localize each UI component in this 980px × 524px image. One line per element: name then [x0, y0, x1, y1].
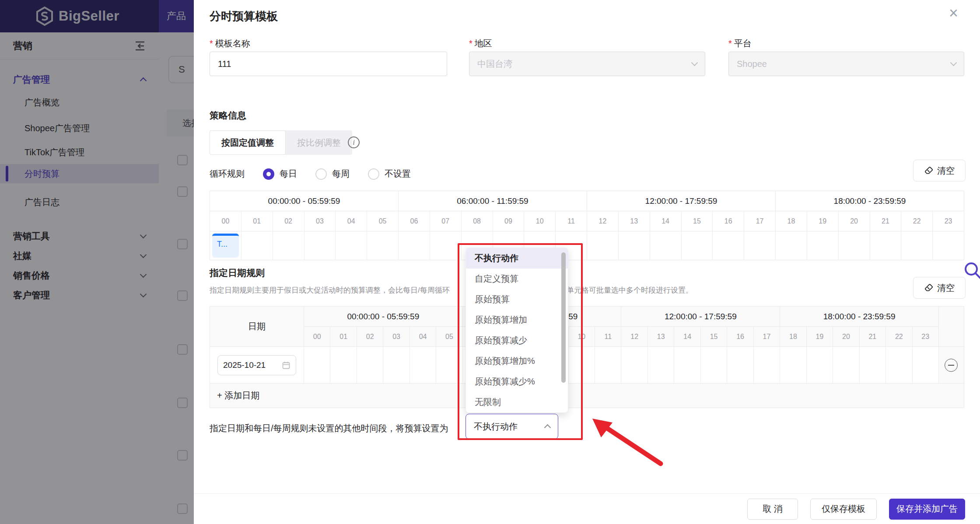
- budget-cell-hour-12[interactable]: [587, 231, 619, 260]
- clear-daily-grid-button[interactable]: 清空: [913, 160, 966, 182]
- date-rules-description: 指定日期规则主要用于假日或大促活动时的预算调整，会比每日/每周循环: [210, 285, 450, 295]
- cancel-button[interactable]: 取 消: [747, 499, 798, 520]
- dropdown-option-5[interactable]: 原始预算增加%: [466, 351, 568, 371]
- budget-cell-hour-22[interactable]: [901, 231, 933, 260]
- hour-header: 23: [933, 211, 964, 231]
- dropdown-option-1[interactable]: 自定义预算: [466, 269, 568, 289]
- date-budget-cell-hour-23[interactable]: [913, 347, 939, 384]
- budget-cell-hour-16[interactable]: [713, 231, 744, 260]
- hour-header: 04: [336, 211, 367, 231]
- budget-cell-hour-23[interactable]: [933, 231, 964, 260]
- remove-date-row-icon[interactable]: [945, 359, 958, 372]
- date-budget-cell-hour-01[interactable]: [330, 347, 357, 384]
- date-budget-cell-hour-16[interactable]: [727, 347, 753, 384]
- budget-cell-hour-19[interactable]: [807, 231, 839, 260]
- budget-cell-hour-15[interactable]: [682, 231, 713, 260]
- date-budget-cell-hour-04[interactable]: [410, 347, 436, 384]
- radio-unchecked[interactable]: [368, 168, 379, 180]
- add-date-button[interactable]: + 添加日期: [210, 384, 964, 408]
- cycle-option-2[interactable]: 不设置: [368, 168, 411, 180]
- date-budget-cell-hour-02[interactable]: [357, 347, 383, 384]
- fallback-select-value: 不执行动作: [474, 421, 518, 433]
- remove-column-header: [939, 307, 964, 347]
- dropdown-option-0[interactable]: 不执行动作: [466, 248, 568, 269]
- date-budget-cell-hour-15[interactable]: [701, 347, 727, 384]
- info-icon: i: [348, 136, 360, 148]
- cycle-option-0[interactable]: 每日: [263, 168, 297, 180]
- budget-cell-hour-21[interactable]: [870, 231, 902, 260]
- budget-cell-hour-06[interactable]: [399, 231, 430, 260]
- action-dropdown-panel: 不执行动作自定义预算原始预算原始预算增加原始预算减少原始预算增加%原始预算减少%…: [466, 248, 568, 413]
- date-picker[interactable]: 2025-10-21: [217, 355, 296, 375]
- budget-cell-hour-05[interactable]: [367, 231, 399, 260]
- hour-header: 11: [556, 211, 587, 231]
- budget-cell-hour-17[interactable]: [744, 231, 776, 260]
- tab-adjust-mode-0[interactable]: 按固定值调整: [210, 130, 286, 155]
- dropdown-option-3[interactable]: 原始预算增加: [466, 310, 568, 330]
- date-budget-cell-hour-22[interactable]: [886, 347, 912, 384]
- fallback-action-select[interactable]: 不执行动作: [466, 414, 558, 439]
- field-value: Shopee: [737, 59, 767, 69]
- cycle-option-label: 不设置: [385, 168, 411, 180]
- date-budget-cell-hour-18[interactable]: [780, 347, 806, 384]
- date-budget-cell-hour-20[interactable]: [833, 347, 859, 384]
- hour-header: 18: [776, 211, 807, 231]
- hourly-budget-template-modal: 分时预算模板 × *模板名称111*地区中国台湾*平台Shopee 策略信息 按…: [194, 0, 980, 524]
- radio-checked[interactable]: [263, 168, 274, 180]
- required-asterisk: *: [469, 38, 472, 48]
- budget-cell-hour-07[interactable]: [430, 231, 462, 260]
- time-range-header: 12:00:00 - 17:59:59: [587, 191, 776, 211]
- hour-header: 10: [569, 327, 595, 347]
- hour-header: 21: [870, 211, 902, 231]
- date-budget-cell-hour-19[interactable]: [807, 347, 833, 384]
- dropdown-option-4[interactable]: 原始预算减少: [466, 330, 568, 351]
- close-icon[interactable]: ×: [949, 5, 958, 21]
- save-template-only-button[interactable]: 仅保存模板: [810, 499, 877, 520]
- hour-header: 16: [727, 327, 753, 347]
- cycle-option-label: 每周: [332, 168, 350, 180]
- budget-cell-hour-20[interactable]: [839, 231, 870, 260]
- dropdown-option-7[interactable]: 无限制: [466, 392, 568, 412]
- hour-header: 12: [587, 211, 619, 231]
- date-budget-cell-hour-13[interactable]: [648, 347, 674, 384]
- date-budget-cell-hour-10[interactable]: [569, 347, 595, 384]
- field-label-text: 模板名称: [215, 38, 250, 48]
- budget-cell-hour-18[interactable]: [776, 231, 807, 260]
- clear-date-grid-button[interactable]: 清空: [913, 277, 966, 299]
- search-icon[interactable]: [962, 260, 980, 281]
- fallback-sentence: 指定日期和每日/每周规则未设置的其他时间段，将预算设置为: [210, 423, 448, 434]
- budget-cell-hour-01[interactable]: [242, 231, 273, 260]
- save-and-add-ad-button[interactable]: 保存并添加广告: [889, 499, 965, 520]
- date-budget-cell-hour-12[interactable]: [621, 347, 648, 384]
- date-budget-cell-hour-00[interactable]: [304, 347, 330, 384]
- template-name-input[interactable]: 111: [210, 52, 447, 76]
- cycle-option-1[interactable]: 每周: [315, 168, 350, 180]
- date-budget-cell-hour-05[interactable]: [436, 347, 462, 384]
- hour-header: 19: [807, 327, 833, 347]
- budget-cell-hour-13[interactable]: [619, 231, 650, 260]
- date-budget-cell-hour-03[interactable]: [383, 347, 410, 384]
- radio-unchecked[interactable]: [315, 168, 327, 180]
- field-select-1: 中国台湾: [469, 52, 705, 76]
- dropdown-option-2[interactable]: 原始预算: [466, 289, 568, 310]
- dropdown-option-6[interactable]: 原始预算减少%: [466, 371, 568, 392]
- tab-adjust-mode-1[interactable]: 按比例调整: [286, 130, 352, 155]
- hour-header: 01: [330, 327, 357, 347]
- field-label-0: *模板名称: [210, 38, 250, 49]
- cycle-rule-label: 循环规则: [210, 168, 245, 180]
- date-budget-cell-hour-17[interactable]: [754, 347, 780, 384]
- date-budget-cell-hour-14[interactable]: [674, 347, 700, 384]
- budget-cell-hour-02[interactable]: [273, 231, 304, 260]
- budget-cell-hour-14[interactable]: [650, 231, 682, 260]
- budget-cell-hour-00[interactable]: T...: [210, 231, 242, 260]
- budget-cell-hour-04[interactable]: [336, 231, 367, 260]
- dropdown-scrollbar[interactable]: [561, 252, 566, 383]
- date-budget-cell-hour-21[interactable]: [860, 347, 886, 384]
- time-range-header: 18:00:00 - 23:59:59: [780, 307, 939, 327]
- date-budget-cell-hour-11[interactable]: [595, 347, 621, 384]
- budget-cell-hour-03[interactable]: [304, 231, 336, 260]
- budget-chip[interactable]: T...: [212, 234, 239, 258]
- hour-header: 13: [619, 211, 650, 231]
- time-range-header: 12:00:00 - 17:59:59: [621, 307, 780, 327]
- hour-header: 21: [860, 327, 886, 347]
